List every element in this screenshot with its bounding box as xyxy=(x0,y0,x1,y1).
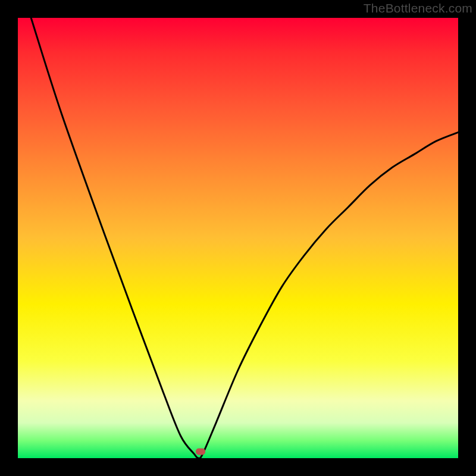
plot-area xyxy=(18,18,458,458)
chart-frame: TheBottleneck.com xyxy=(0,0,476,476)
bottleneck-curve xyxy=(31,18,458,458)
watermark-text: TheBottleneck.com xyxy=(364,1,472,15)
curve-layer xyxy=(18,18,458,458)
optimal-point-marker xyxy=(196,448,205,455)
